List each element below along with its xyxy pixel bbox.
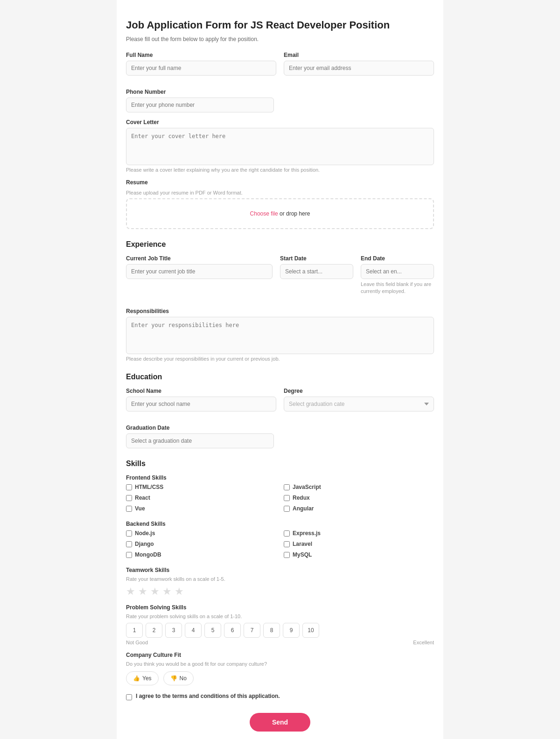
terms-row: I agree to the terms and conditions of t… [126,693,434,702]
job-title-input[interactable] [126,264,273,279]
terms-checkbox[interactable] [126,694,132,700]
rating-9[interactable]: 9 [283,623,300,638]
send-button[interactable]: Send [250,713,310,732]
teamwork-hint: Rate your teamwork skills on a scale of … [126,576,434,582]
skills-title: Skills [126,460,434,468]
frontend-skills-group: HTML/CSS JavaScript React Redux Vue Angu… [126,484,434,514]
page-subtitle: Please fill out the form below to apply … [126,36,434,42]
school-name-group: School Name [126,388,276,411]
job-title-group: Current Job Title [126,255,273,295]
experience-title: Experience [126,240,434,249]
culture-question: Do you think you would be a good fit for… [126,661,434,667]
degree-select[interactable]: Select graduation cate Bachelor's Master… [284,397,434,411]
email-group: Email [284,52,434,76]
skill-mysql[interactable]: MySQL [284,551,434,558]
teamwork-star-rating: ★ ★ ★ ★ ★ [126,586,434,598]
form-container: Job Application Form for JS React Develo… [117,0,443,739]
responsibilities-textarea[interactable] [126,317,434,354]
school-name-input[interactable] [126,397,276,411]
graduation-date-label: Graduation Date [126,425,274,431]
culture-yes-button[interactable]: 👍 Yes [126,671,159,685]
skill-mongodb[interactable]: MongoDB [126,551,276,558]
skill-angular[interactable]: Angular [284,505,434,512]
file-upload-box[interactable]: Choose file or drop here [126,198,434,229]
skill-redux[interactable]: Redux [284,495,434,501]
backend-skills-group: Node.js Express.js Django Laravel MongoD… [126,530,434,560]
email-label: Email [284,52,434,58]
checkbox-javascript[interactable] [284,484,290,490]
education-title: Education [126,373,434,381]
checkbox-mysql[interactable] [284,552,290,558]
rating-4[interactable]: 4 [185,623,202,638]
end-date-input[interactable] [361,264,434,279]
yes-label: Yes [142,675,152,682]
rating-3[interactable]: 3 [165,623,182,638]
checkbox-react[interactable] [126,495,132,501]
star-5[interactable]: ★ [175,586,184,598]
rating-5[interactable]: 5 [204,623,221,638]
problem-skills-label: Problem Solving Skills [126,604,434,611]
name-email-row: Full Name Email [126,52,434,82]
phone-input[interactable] [126,98,274,112]
terms-label: I agree to the terms and conditions of t… [136,693,280,699]
phone-label: Phone Number [126,89,274,95]
skill-javascript[interactable]: JavaScript [284,484,434,490]
checkbox-vue[interactable] [126,506,132,512]
end-date-hint: Leave this field blank if you are curren… [361,281,434,295]
skill-laravel[interactable]: Laravel [284,541,434,547]
skill-nodejs[interactable]: Node.js [126,530,276,537]
graduation-date-input[interactable] [126,433,274,448]
rating-6[interactable]: 6 [224,623,241,638]
full-name-label: Full Name [126,52,276,58]
checkbox-expressjs[interactable] [284,530,290,537]
rating-8[interactable]: 8 [263,623,280,638]
star-3[interactable]: ★ [150,586,160,598]
culture-fit-label: Company Culture Fit [126,652,434,658]
checkbox-mongodb[interactable] [126,552,132,558]
checkbox-nodejs[interactable] [126,530,132,537]
frontend-skills-label: Frontend Skills [126,474,434,481]
cover-letter-textarea[interactable] [126,128,434,165]
rating-excellent: Excellent [413,640,434,645]
star-1[interactable]: ★ [126,586,135,598]
responsibilities-hint: Please describe your responsibilities in… [126,356,434,362]
resume-label: Resume [126,179,434,186]
skill-vue[interactable]: Vue [126,505,276,512]
rating-7[interactable]: 7 [244,623,260,638]
cover-letter-hint: Please write a cover letter explaining w… [126,167,434,173]
rating-1[interactable]: 1 [126,623,143,638]
teamwork-skills-label: Teamwork Skills [126,567,434,573]
resume-hint: Please upload your resume in PDF or Word… [126,190,434,195]
star-4[interactable]: ★ [162,586,172,598]
end-date-label: End Date [361,255,434,262]
job-dates-row: Current Job Title Start Date End Date Le… [126,255,434,302]
rating-not-good: Not Good [126,640,148,645]
skill-html-css[interactable]: HTML/CSS [126,484,276,490]
skill-expressjs[interactable]: Express.js [284,530,434,537]
skill-django[interactable]: Django [126,541,276,547]
rating-10[interactable]: 10 [302,623,319,638]
job-title-label: Current Job Title [126,255,273,262]
checkbox-html-css[interactable] [126,484,132,490]
star-2[interactable]: ★ [138,586,147,598]
email-input[interactable] [284,61,434,76]
cover-letter-label: Cover Letter [126,119,434,125]
choose-file-link[interactable]: Choose file [250,210,278,217]
full-name-input[interactable] [126,61,276,76]
checkbox-redux[interactable] [284,495,290,501]
skill-react[interactable]: React [126,495,276,501]
checkbox-django[interactable] [126,541,132,547]
start-date-label: Start Date [280,255,353,262]
start-date-input[interactable] [280,264,353,279]
drop-text: or drop here [278,210,310,217]
problem-hint: Rate your problem solving skills on a sc… [126,614,434,619]
phone-group: Phone Number [126,89,274,112]
thumbs-down-icon: 👎 [170,675,177,682]
responsibilities-label: Responsibilities [126,308,434,314]
checkbox-laravel[interactable] [284,541,290,547]
degree-label: Degree [284,388,434,394]
checkbox-angular[interactable] [284,506,290,512]
rating-2[interactable]: 2 [146,623,162,638]
culture-no-button[interactable]: 👎 No [163,671,194,685]
problem-solving-scale: 1 2 3 4 5 6 7 8 9 10 [126,623,434,638]
